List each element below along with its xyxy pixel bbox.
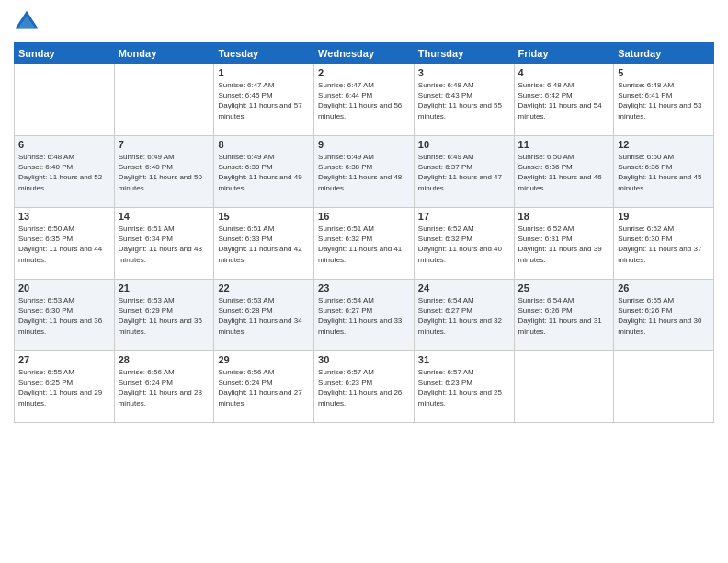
day-number: 10	[418, 139, 510, 150]
day-number: 31	[418, 354, 510, 365]
calendar-cell: 27Sunrise: 6:55 AM Sunset: 6:25 PM Dayli…	[15, 351, 115, 423]
day-info: Sunrise: 6:56 AM Sunset: 6:24 PM Dayligh…	[218, 367, 310, 408]
day-info: Sunrise: 6:51 AM Sunset: 6:33 PM Dayligh…	[218, 224, 310, 265]
calendar-cell: 4Sunrise: 6:48 AM Sunset: 6:42 PM Daylig…	[514, 64, 614, 136]
logo	[14, 9, 43, 35]
day-number: 2	[318, 67, 410, 78]
day-number: 19	[618, 211, 710, 222]
day-number: 20	[18, 282, 110, 293]
day-info: Sunrise: 6:54 AM Sunset: 6:27 PM Dayligh…	[418, 295, 510, 337]
calendar-week-row: 20Sunrise: 6:53 AM Sunset: 6:30 PM Dayli…	[15, 280, 714, 351]
day-number: 12	[618, 139, 710, 150]
day-number: 21	[119, 282, 210, 293]
day-info: Sunrise: 6:48 AM Sunset: 6:42 PM Dayligh…	[518, 80, 610, 121]
weekday-header: Friday	[514, 43, 614, 64]
calendar-week-row: 1Sunrise: 6:47 AM Sunset: 6:45 PM Daylig…	[15, 64, 714, 136]
page: SundayMondayTuesdayWednesdayThursdayFrid…	[0, 0, 728, 563]
calendar-cell: 7Sunrise: 6:49 AM Sunset: 6:40 PM Daylig…	[114, 136, 214, 208]
calendar-cell: 1Sunrise: 6:47 AM Sunset: 6:45 PM Daylig…	[214, 64, 314, 136]
day-number: 11	[518, 139, 610, 150]
day-info: Sunrise: 6:50 AM Sunset: 6:36 PM Dayligh…	[518, 152, 610, 193]
day-info: Sunrise: 6:50 AM Sunset: 6:36 PM Dayligh…	[618, 152, 710, 193]
day-info: Sunrise: 6:57 AM Sunset: 6:23 PM Dayligh…	[318, 367, 410, 408]
day-info: Sunrise: 6:48 AM Sunset: 6:41 PM Dayligh…	[618, 80, 710, 121]
day-number: 18	[518, 211, 610, 222]
calendar-cell	[114, 64, 214, 136]
calendar-cell: 8Sunrise: 6:49 AM Sunset: 6:39 PM Daylig…	[214, 136, 314, 208]
day-number: 7	[119, 139, 210, 150]
calendar-cell: 25Sunrise: 6:54 AM Sunset: 6:26 PM Dayli…	[514, 280, 614, 351]
calendar-cell: 20Sunrise: 6:53 AM Sunset: 6:30 PM Dayli…	[15, 280, 115, 351]
calendar-cell: 15Sunrise: 6:51 AM Sunset: 6:33 PM Dayli…	[214, 208, 314, 280]
calendar-cell: 22Sunrise: 6:53 AM Sunset: 6:28 PM Dayli…	[214, 280, 314, 351]
day-info: Sunrise: 6:53 AM Sunset: 6:30 PM Dayligh…	[18, 295, 110, 337]
calendar-cell: 3Sunrise: 6:48 AM Sunset: 6:43 PM Daylig…	[414, 64, 514, 136]
calendar-cell	[15, 64, 115, 136]
day-number: 30	[318, 354, 410, 365]
day-info: Sunrise: 6:48 AM Sunset: 6:40 PM Dayligh…	[18, 152, 110, 193]
calendar-cell: 23Sunrise: 6:54 AM Sunset: 6:27 PM Dayli…	[314, 280, 415, 351]
day-number: 4	[518, 67, 610, 78]
day-number: 5	[618, 67, 710, 78]
calendar-cell: 6Sunrise: 6:48 AM Sunset: 6:40 PM Daylig…	[15, 136, 115, 208]
day-info: Sunrise: 6:52 AM Sunset: 6:32 PM Dayligh…	[418, 224, 510, 265]
calendar-cell: 26Sunrise: 6:55 AM Sunset: 6:26 PM Dayli…	[614, 280, 714, 351]
day-number: 29	[218, 354, 310, 365]
calendar-cell: 31Sunrise: 6:57 AM Sunset: 6:23 PM Dayli…	[414, 351, 514, 423]
day-number: 25	[518, 282, 610, 293]
day-number: 3	[418, 67, 510, 78]
calendar-cell: 5Sunrise: 6:48 AM Sunset: 6:41 PM Daylig…	[614, 64, 714, 136]
calendar-cell: 30Sunrise: 6:57 AM Sunset: 6:23 PM Dayli…	[314, 351, 415, 423]
calendar-table: SundayMondayTuesdayWednesdayThursdayFrid…	[14, 42, 714, 423]
day-info: Sunrise: 6:55 AM Sunset: 6:26 PM Dayligh…	[618, 295, 710, 337]
day-number: 17	[418, 211, 510, 222]
calendar-cell: 14Sunrise: 6:51 AM Sunset: 6:34 PM Dayli…	[114, 208, 214, 280]
day-info: Sunrise: 6:49 AM Sunset: 6:37 PM Dayligh…	[418, 152, 510, 193]
calendar-cell	[614, 351, 714, 423]
calendar-week-row: 13Sunrise: 6:50 AM Sunset: 6:35 PM Dayli…	[15, 208, 714, 280]
day-info: Sunrise: 6:57 AM Sunset: 6:23 PM Dayligh…	[418, 367, 510, 408]
day-number: 6	[18, 139, 110, 150]
day-info: Sunrise: 6:56 AM Sunset: 6:24 PM Dayligh…	[119, 367, 210, 408]
day-number: 24	[418, 282, 510, 293]
header	[14, 9, 714, 35]
calendar-cell: 29Sunrise: 6:56 AM Sunset: 6:24 PM Dayli…	[214, 351, 314, 423]
day-info: Sunrise: 6:52 AM Sunset: 6:30 PM Dayligh…	[618, 224, 710, 265]
day-number: 1	[218, 67, 310, 78]
day-info: Sunrise: 6:55 AM Sunset: 6:25 PM Dayligh…	[18, 367, 110, 408]
day-number: 27	[18, 354, 110, 365]
day-number: 22	[218, 282, 310, 293]
day-info: Sunrise: 6:48 AM Sunset: 6:43 PM Dayligh…	[418, 80, 510, 121]
day-number: 13	[18, 211, 110, 222]
day-info: Sunrise: 6:47 AM Sunset: 6:44 PM Dayligh…	[318, 80, 410, 121]
weekday-header: Tuesday	[214, 43, 314, 64]
calendar-cell: 13Sunrise: 6:50 AM Sunset: 6:35 PM Dayli…	[15, 208, 115, 280]
weekday-header: Wednesday	[314, 43, 415, 64]
calendar-cell: 10Sunrise: 6:49 AM Sunset: 6:37 PM Dayli…	[414, 136, 514, 208]
calendar-cell: 24Sunrise: 6:54 AM Sunset: 6:27 PM Dayli…	[414, 280, 514, 351]
day-number: 15	[218, 211, 310, 222]
logo-icon	[14, 9, 40, 35]
calendar-cell: 17Sunrise: 6:52 AM Sunset: 6:32 PM Dayli…	[414, 208, 514, 280]
day-info: Sunrise: 6:51 AM Sunset: 6:34 PM Dayligh…	[119, 224, 210, 265]
calendar-week-row: 27Sunrise: 6:55 AM Sunset: 6:25 PM Dayli…	[15, 351, 714, 423]
calendar-cell: 21Sunrise: 6:53 AM Sunset: 6:29 PM Dayli…	[114, 280, 214, 351]
day-info: Sunrise: 6:50 AM Sunset: 6:35 PM Dayligh…	[18, 224, 110, 265]
day-info: Sunrise: 6:47 AM Sunset: 6:45 PM Dayligh…	[218, 80, 310, 121]
calendar-cell: 16Sunrise: 6:51 AM Sunset: 6:32 PM Dayli…	[314, 208, 415, 280]
day-number: 23	[318, 282, 410, 293]
day-info: Sunrise: 6:49 AM Sunset: 6:39 PM Dayligh…	[218, 152, 310, 193]
calendar-cell: 11Sunrise: 6:50 AM Sunset: 6:36 PM Dayli…	[514, 136, 614, 208]
day-info: Sunrise: 6:54 AM Sunset: 6:26 PM Dayligh…	[518, 295, 610, 337]
weekday-header: Thursday	[414, 43, 514, 64]
weekday-header: Saturday	[614, 43, 714, 64]
day-number: 9	[318, 139, 410, 150]
day-number: 16	[318, 211, 410, 222]
calendar-cell: 28Sunrise: 6:56 AM Sunset: 6:24 PM Dayli…	[114, 351, 214, 423]
weekday-header-row: SundayMondayTuesdayWednesdayThursdayFrid…	[15, 43, 714, 64]
calendar-cell: 18Sunrise: 6:52 AM Sunset: 6:31 PM Dayli…	[514, 208, 614, 280]
calendar-cell: 12Sunrise: 6:50 AM Sunset: 6:36 PM Dayli…	[614, 136, 714, 208]
day-info: Sunrise: 6:49 AM Sunset: 6:40 PM Dayligh…	[119, 152, 210, 193]
day-info: Sunrise: 6:53 AM Sunset: 6:29 PM Dayligh…	[119, 295, 210, 337]
weekday-header: Monday	[114, 43, 214, 64]
